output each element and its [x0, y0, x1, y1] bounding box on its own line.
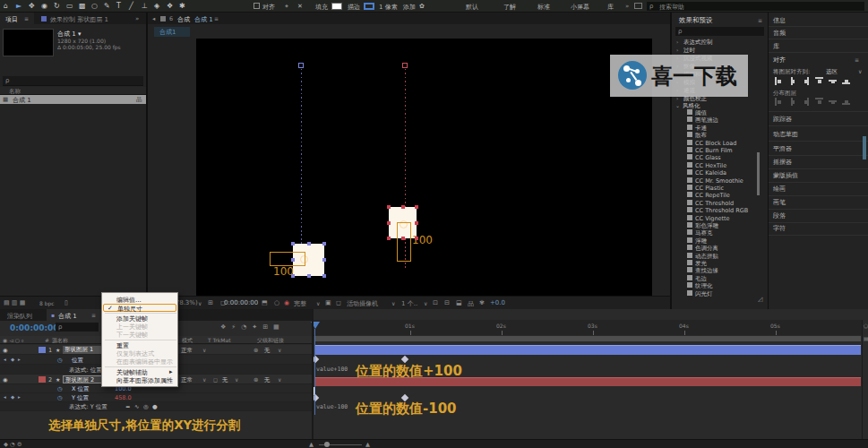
- trash-icon[interactable]: ▯: [64, 299, 68, 306]
- fx-item[interactable]: 散布: [695, 132, 707, 140]
- flowchart-icon[interactable]: 品: [468, 299, 474, 308]
- keyframe-icon[interactable]: [401, 356, 408, 363]
- fx-item[interactable]: 色调分离: [695, 245, 718, 253]
- layer2-x-stopwatch-icon[interactable]: ◷: [57, 385, 63, 392]
- fx-item[interactable]: CC RepeTile: [695, 192, 730, 199]
- panel-tab-蒙版插值[interactable]: 蒙版插值: [773, 171, 798, 180]
- tab-project[interactable]: 项目 ≡: [0, 13, 34, 24]
- layer2-expression-row[interactable]: 表达式: Y 位置=∿◎●: [0, 402, 314, 411]
- timeline-icon[interactable]: ⬓: [456, 299, 462, 306]
- resolution-caret[interactable]: ∨: [316, 300, 320, 306]
- panel-tab-2[interactable]: 音频: [773, 29, 786, 38]
- selection-handle[interactable]: [291, 258, 295, 262]
- viewer-timecode[interactable]: 0:00:00:00: [224, 299, 258, 306]
- views-caret[interactable]: ∨: [424, 300, 427, 306]
- tab-overflow-icon[interactable]: »: [135, 15, 139, 22]
- panel-tab-摇摆器[interactable]: 摇摆器: [773, 158, 792, 167]
- comp-button-icon[interactable]: ▤: [864, 335, 868, 341]
- layer2-parent-caret[interactable]: ∨: [278, 376, 281, 383]
- panel-tab-3[interactable]: 库: [773, 42, 779, 51]
- selection-handle[interactable]: [322, 258, 326, 262]
- viewer-tab-name[interactable]: 合成 1: [194, 15, 213, 24]
- workspace-3[interactable]: 标准: [537, 3, 550, 12]
- comp-marker-icon[interactable]: ⬠: [864, 323, 868, 329]
- selection-handle[interactable]: [322, 274, 326, 278]
- distribute-icon-4[interactable]: [815, 98, 823, 106]
- fx-item[interactable]: CC HexTile: [695, 162, 726, 169]
- fx-item[interactable]: 纹理化: [695, 282, 713, 290]
- align-panel-title[interactable]: 对齐: [773, 56, 786, 65]
- camera-caret[interactable]: ∨: [391, 300, 395, 306]
- keyframe-nav-right[interactable]: ▸: [18, 394, 21, 400]
- layer1-stopwatch-icon[interactable]: ◷: [57, 357, 63, 364]
- fx-item[interactable]: CC Mr. Smoothie: [695, 177, 743, 185]
- menu-item-添加关键帧[interactable]: 添加关键帧: [103, 314, 176, 323]
- fx-category[interactable]: 表达式控制: [683, 39, 713, 47]
- layer1-mode[interactable]: 正常: [181, 347, 193, 355]
- panel-menu-icon[interactable]: ≡: [24, 15, 29, 22]
- fx-item[interactable]: CC Vignette: [695, 215, 730, 222]
- align-icon-5[interactable]: [829, 77, 837, 85]
- fx-item[interactable]: 画笔描边: [695, 116, 718, 125]
- pixel-aspect-icon[interactable]: ⊡: [433, 299, 438, 306]
- zoom-in-mountain-icon[interactable]: ▲: [365, 441, 370, 448]
- project-bpc[interactable]: 8 bpc: [39, 300, 55, 306]
- fx-item[interactable]: CC Threshold: [695, 200, 734, 207]
- workspace-2[interactable]: 了解: [503, 3, 516, 12]
- roi-icon[interactable]: ▣: [325, 299, 331, 306]
- layer2-parent[interactable]: 无: [264, 376, 271, 384]
- menu-item-单独尺寸[interactable]: 单独尺寸✓: [103, 304, 176, 312]
- zoom-slider-knob[interactable]: [324, 442, 330, 447]
- exposure-value[interactable]: +0.0: [490, 299, 505, 306]
- fx-item[interactable]: 查找边缘: [695, 267, 718, 275]
- layer2-yposition-label[interactable]: Y 位置: [72, 394, 89, 402]
- layer2-name[interactable]: 形状图层 2: [63, 375, 104, 383]
- align-panel-menu-icon[interactable]: ≡: [855, 56, 859, 63]
- selection-handle[interactable]: [387, 237, 391, 240]
- layer1-parent-caret[interactable]: ∨: [278, 347, 281, 353]
- align-icon-6[interactable]: [842, 77, 850, 85]
- layer1-duration-bar[interactable]: [315, 345, 861, 355]
- transparency-grid-icon[interactable]: ◻: [336, 299, 341, 306]
- panel-tab-画笔[interactable]: 画笔: [773, 198, 786, 207]
- timeline-zoom-slider[interactable]: [319, 444, 362, 445]
- layer1-parent-pickwhip-icon[interactable]: ⊚: [254, 347, 258, 354]
- align-icon-3[interactable]: [802, 77, 810, 85]
- layer2-mode[interactable]: 正常: [181, 376, 193, 384]
- expression-graph-icon[interactable]: ∿: [134, 403, 139, 410]
- viewer-prev-icon[interactable]: ◂: [152, 15, 155, 22]
- expression-text-layer2[interactable]: value-100: [316, 403, 348, 410]
- camera-view-label[interactable]: 活动摄像机: [347, 299, 378, 308]
- fx-category-caret[interactable]: ›: [676, 39, 678, 45]
- align-to-value[interactable]: 选区: [826, 68, 838, 76]
- panel-tab-跟踪器[interactable]: 跟踪器: [773, 115, 792, 124]
- align-icon-2[interactable]: [788, 77, 796, 85]
- menu-item-仅复制表达式[interactable]: 仅复制表达式: [103, 349, 176, 358]
- panel-tab-1[interactable]: 信息: [773, 16, 786, 25]
- fx-category-caret[interactable]: ›: [676, 47, 678, 53]
- expression-language-icon[interactable]: ●: [152, 403, 158, 410]
- layer2-duration-bar[interactable]: [315, 377, 861, 386]
- layer2-yposition-value[interactable]: 458.0: [115, 394, 132, 401]
- selection-handle[interactable]: [387, 205, 391, 209]
- selection-handle[interactable]: [415, 221, 418, 225]
- layer2-trkmat-caret[interactable]: ∨: [235, 376, 238, 383]
- panel-tab-动态草图[interactable]: 动态草图: [773, 130, 798, 139]
- project-item-comp1[interactable]: ▦ 合成 1 品: [0, 95, 146, 104]
- help-search-field[interactable]: ρ 搜索帮助: [647, 2, 864, 11]
- layer2-yposition-row[interactable]: ◂◆▸◷Y 位置458.0: [0, 393, 314, 402]
- viewer-active-tab-chip[interactable]: 合成1: [154, 27, 190, 37]
- fx-item[interactable]: CC Kaleida: [695, 169, 726, 177]
- workspace-4[interactable]: 小屏幕: [571, 3, 589, 12]
- menu-item-关键帧辅助[interactable]: 关键帧辅助▸: [103, 368, 176, 376]
- workspace-panel-icon[interactable]: [634, 3, 642, 9]
- layer1-position-label[interactable]: 位置: [72, 357, 83, 365]
- expression-text-layer1[interactable]: value+100: [316, 366, 348, 373]
- menu-item-上一关键帧[interactable]: 上一关键帧: [103, 323, 176, 331]
- composition-canvas[interactable]: [196, 39, 652, 296]
- project-search-field[interactable]: ρ: [3, 76, 143, 86]
- menu-item-在图表编辑器中显示[interactable]: 在图表编辑器中显示: [103, 358, 176, 366]
- project-footer-icons[interactable]: ▤ ▥ ▦: [4, 299, 25, 306]
- fx-item[interactable]: 马赛克: [695, 229, 713, 237]
- snapshot-icon[interactable]: ⬒: [262, 299, 268, 306]
